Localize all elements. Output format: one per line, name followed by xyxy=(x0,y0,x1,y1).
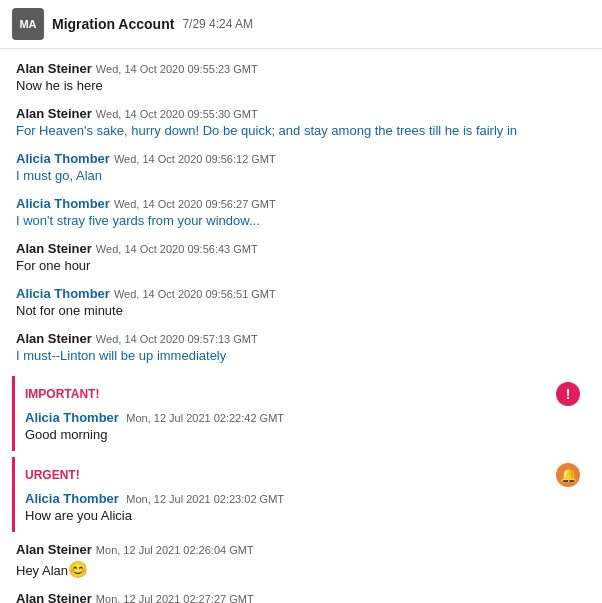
message-timestamp: Mon, 12 Jul 2021 02:26:04 GMT xyxy=(96,544,254,556)
message-text: I won't stray five yards from your windo… xyxy=(16,212,586,231)
message-meta: Alan SteinerWed, 14 Oct 2020 09:55:30 GM… xyxy=(16,106,586,121)
messages-area: Alan SteinerWed, 14 Oct 2020 09:55:23 GM… xyxy=(0,49,602,603)
urgent-meta: Alicia Thomber Mon, 12 Jul 2021 02:23:02… xyxy=(25,491,580,506)
sender-name: Alicia Thomber xyxy=(25,491,119,506)
sender-name: Alan Steiner xyxy=(16,331,92,346)
message-text: I must--Linton will be up immediately xyxy=(16,347,586,366)
message-timestamp: Wed, 14 Oct 2020 09:56:43 GMT xyxy=(96,243,258,255)
message-item: Alan SteinerWed, 14 Oct 2020 09:56:43 GM… xyxy=(0,237,602,280)
sender-name: Alan Steiner xyxy=(16,591,92,603)
urgent-icon: 🔔 xyxy=(556,463,580,487)
message-timestamp: Wed, 14 Oct 2020 09:56:12 GMT xyxy=(114,153,276,165)
message-text: I must go, Alan xyxy=(16,167,586,186)
avatar: MA xyxy=(12,8,44,40)
regular-messages: Alan SteinerWed, 14 Oct 2020 09:55:23 GM… xyxy=(0,57,602,370)
message-item: Alicia ThomberWed, 14 Oct 2020 09:56:12 … xyxy=(0,147,602,190)
message-text: How are you Alicia xyxy=(25,507,580,526)
channel-header: MA Migration Account 7/29 4:24 AM xyxy=(0,0,602,49)
message-timestamp: Wed, 14 Oct 2020 09:55:30 GMT xyxy=(96,108,258,120)
message-item: Alan SteinerMon, 12 Jul 2021 02:26:04 GM… xyxy=(0,538,602,585)
channel-name: Migration Account xyxy=(52,16,174,32)
sender-name: Alan Steiner xyxy=(16,61,92,76)
chat-container: MA Migration Account 7/29 4:24 AM Alan S… xyxy=(0,0,602,603)
message-meta: Alan SteinerWed, 14 Oct 2020 09:57:13 GM… xyxy=(16,331,586,346)
message-timestamp: Wed, 14 Oct 2020 09:56:27 GMT xyxy=(114,198,276,210)
message-text: For Heaven's sake, hurry down! Do be qui… xyxy=(16,122,586,141)
urgent-message: URGENT! 🔔 Alicia Thomber Mon, 12 Jul 202… xyxy=(12,457,590,532)
sender-name: Alicia Thomber xyxy=(25,410,119,425)
sender-name: Alicia Thomber xyxy=(16,196,110,211)
message-meta: Alicia ThomberWed, 14 Oct 2020 09:56:12 … xyxy=(16,151,586,166)
message-item: Alicia ThomberWed, 14 Oct 2020 09:56:51 … xyxy=(0,282,602,325)
message-timestamp: Mon, 12 Jul 2021 02:27:27 GMT xyxy=(96,593,254,603)
sender-name: Alan Steiner xyxy=(16,542,92,557)
important-label-text: IMPORTANT! xyxy=(25,387,99,401)
message-meta: Alan SteinerMon, 12 Jul 2021 02:27:27 GM… xyxy=(16,591,586,603)
message-text: Good morning xyxy=(25,426,580,445)
urgent-label: URGENT! 🔔 xyxy=(25,463,580,487)
sender-name: Alan Steiner xyxy=(16,106,92,121)
message-item: Alicia ThomberWed, 14 Oct 2020 09:56:27 … xyxy=(0,192,602,235)
message-meta: Alicia ThomberWed, 14 Oct 2020 09:56:51 … xyxy=(16,286,586,301)
message-text: Now he is here xyxy=(16,77,586,96)
urgent-label-text: URGENT! xyxy=(25,468,80,482)
message-item: Alan SteinerWed, 14 Oct 2020 09:55:30 GM… xyxy=(0,102,602,145)
important-meta: Alicia Thomber Mon, 12 Jul 2021 02:22:42… xyxy=(25,410,580,425)
important-icon: ! xyxy=(556,382,580,406)
channel-time: 7/29 4:24 AM xyxy=(182,17,253,31)
avatar-initials: MA xyxy=(19,18,36,30)
message-text: For one hour xyxy=(16,257,586,276)
important-message: IMPORTANT! ! Alicia Thomber Mon, 12 Jul … xyxy=(12,376,590,451)
message-timestamp: Mon, 12 Jul 2021 02:22:42 GMT xyxy=(126,412,284,424)
emoji: 😊 xyxy=(68,561,88,578)
message-timestamp: Mon, 12 Jul 2021 02:23:02 GMT xyxy=(126,493,284,505)
message-item: Alan SteinerMon, 12 Jul 2021 02:27:27 GM… xyxy=(0,587,602,603)
message-text: Not for one minute xyxy=(16,302,586,321)
message-meta: Alan SteinerWed, 14 Oct 2020 09:56:43 GM… xyxy=(16,241,586,256)
bottom-messages: Alan SteinerMon, 12 Jul 2021 02:26:04 GM… xyxy=(0,538,602,603)
message-item: Alan SteinerWed, 14 Oct 2020 09:57:13 GM… xyxy=(0,327,602,370)
sender-name: Alicia Thomber xyxy=(16,286,110,301)
sender-name: Alicia Thomber xyxy=(16,151,110,166)
message-meta: Alicia ThomberWed, 14 Oct 2020 09:56:27 … xyxy=(16,196,586,211)
message-meta: Alan SteinerWed, 14 Oct 2020 09:55:23 GM… xyxy=(16,61,586,76)
message-meta: Alan SteinerMon, 12 Jul 2021 02:26:04 GM… xyxy=(16,542,586,557)
important-label: IMPORTANT! ! xyxy=(25,382,580,406)
message-item: Alan SteinerWed, 14 Oct 2020 09:55:23 GM… xyxy=(0,57,602,100)
message-timestamp: Wed, 14 Oct 2020 09:57:13 GMT xyxy=(96,333,258,345)
message-text: Hey Alan😊 xyxy=(16,558,586,581)
message-timestamp: Wed, 14 Oct 2020 09:56:51 GMT xyxy=(114,288,276,300)
sender-name: Alan Steiner xyxy=(16,241,92,256)
message-timestamp: Wed, 14 Oct 2020 09:55:23 GMT xyxy=(96,63,258,75)
